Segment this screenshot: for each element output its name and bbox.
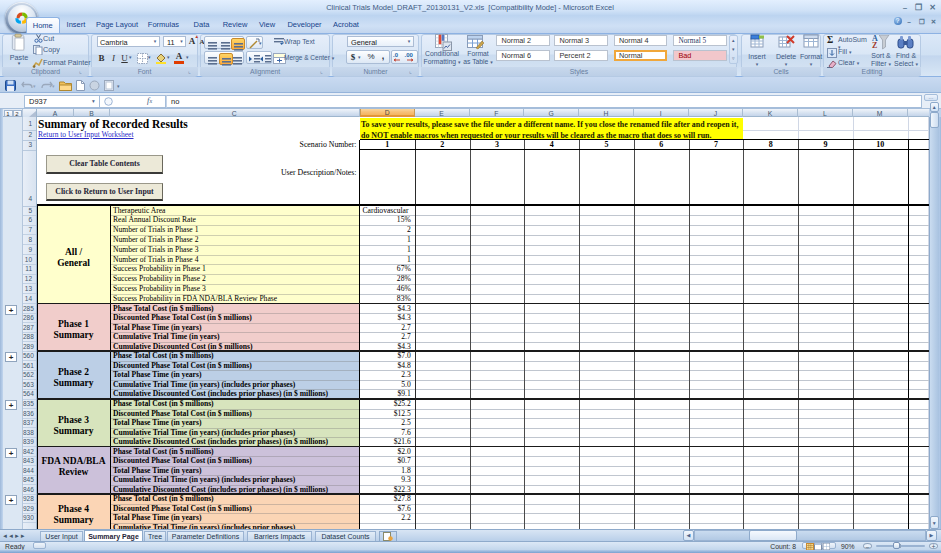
svg-text:.0: .0	[393, 52, 399, 58]
svg-text:.00: .00	[405, 52, 414, 58]
